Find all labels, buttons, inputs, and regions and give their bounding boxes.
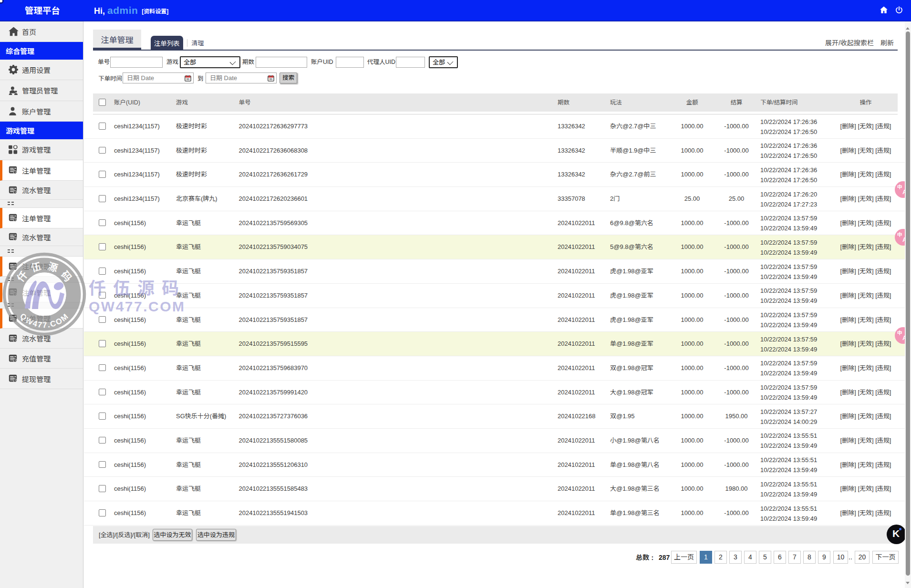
svg-text:31: 31 bbox=[269, 77, 273, 81]
svg-text:31: 31 bbox=[186, 77, 190, 81]
